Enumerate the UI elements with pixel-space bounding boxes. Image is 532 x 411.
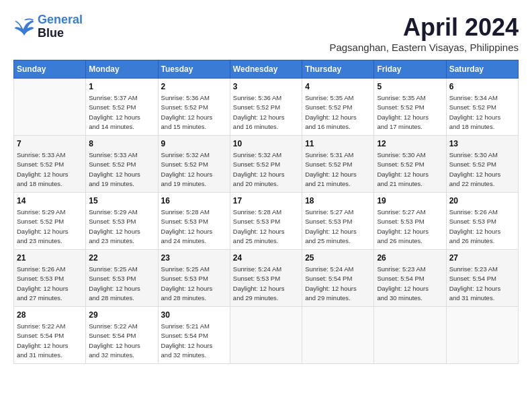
calendar-cell: 13Sunrise: 5:30 AMSunset: 5:52 PMDayligh… <box>446 136 518 193</box>
day-info: Sunrise: 5:23 AMSunset: 5:54 PMDaylight:… <box>449 265 515 303</box>
calendar-cell: 25Sunrise: 5:24 AMSunset: 5:54 PMDayligh… <box>302 250 374 307</box>
calendar-cell: 6Sunrise: 5:34 AMSunset: 5:52 PMDaylight… <box>446 79 518 136</box>
calendar-cell: 4Sunrise: 5:35 AMSunset: 5:52 PMDaylight… <box>302 79 374 136</box>
day-info: Sunrise: 5:26 AMSunset: 5:53 PMDaylight:… <box>449 208 515 246</box>
logo: General Blue <box>13 13 83 40</box>
calendar-cell <box>374 307 446 364</box>
day-number: 26 <box>377 253 443 263</box>
day-info: Sunrise: 5:37 AMSunset: 5:52 PMDaylight:… <box>89 93 154 132</box>
calendar-cell: 22Sunrise: 5:25 AMSunset: 5:53 PMDayligh… <box>86 250 158 307</box>
day-number: 13 <box>449 139 515 148</box>
calendar-cell: 14Sunrise: 5:29 AMSunset: 5:52 PMDayligh… <box>14 193 86 250</box>
day-number: 24 <box>233 253 299 263</box>
calendar-cell: 29Sunrise: 5:22 AMSunset: 5:54 PMDayligh… <box>86 307 158 364</box>
calendar-cell: 24Sunrise: 5:24 AMSunset: 5:53 PMDayligh… <box>230 250 302 307</box>
day-info: Sunrise: 5:26 AMSunset: 5:53 PMDaylight:… <box>17 265 83 303</box>
month-title: April 2024 <box>329 13 519 42</box>
logo-icon <box>13 17 35 36</box>
calendar-cell: 1Sunrise: 5:37 AMSunset: 5:52 PMDaylight… <box>86 79 158 136</box>
weekday-header: Friday <box>374 60 446 79</box>
calendar-cell: 8Sunrise: 5:33 AMSunset: 5:52 PMDaylight… <box>86 136 158 193</box>
title-block: April 2024 Pagsanghan, Eastern Visayas, … <box>329 13 519 53</box>
calendar-cell: 16Sunrise: 5:28 AMSunset: 5:53 PMDayligh… <box>158 193 230 250</box>
day-number: 16 <box>161 196 227 205</box>
day-info: Sunrise: 5:27 AMSunset: 5:53 PMDaylight:… <box>305 208 371 246</box>
day-info: Sunrise: 5:21 AMSunset: 5:54 PMDaylight:… <box>161 322 227 360</box>
calendar-week-row: 1Sunrise: 5:37 AMSunset: 5:52 PMDaylight… <box>14 79 519 136</box>
day-info: Sunrise: 5:36 AMSunset: 5:52 PMDaylight:… <box>233 93 299 132</box>
location-title: Pagsanghan, Eastern Visayas, Philippines <box>329 42 519 53</box>
calendar-cell: 30Sunrise: 5:21 AMSunset: 5:54 PMDayligh… <box>158 307 230 364</box>
day-number: 12 <box>377 139 443 148</box>
day-number: 10 <box>233 139 299 148</box>
calendar-cell: 9Sunrise: 5:32 AMSunset: 5:52 PMDaylight… <box>158 136 230 193</box>
calendar-cell: 20Sunrise: 5:26 AMSunset: 5:53 PMDayligh… <box>446 193 518 250</box>
day-info: Sunrise: 5:25 AMSunset: 5:53 PMDaylight:… <box>161 265 227 303</box>
calendar-cell: 3Sunrise: 5:36 AMSunset: 5:52 PMDaylight… <box>230 79 302 136</box>
day-number: 19 <box>377 196 443 205</box>
calendar-cell: 17Sunrise: 5:28 AMSunset: 5:53 PMDayligh… <box>230 193 302 250</box>
day-info: Sunrise: 5:33 AMSunset: 5:52 PMDaylight:… <box>17 150 83 189</box>
day-info: Sunrise: 5:23 AMSunset: 5:54 PMDaylight:… <box>377 265 443 303</box>
page-header: General Blue April 2024 Pagsanghan, East… <box>13 13 519 53</box>
weekday-header: Thursday <box>302 60 374 79</box>
day-number: 28 <box>17 310 83 320</box>
day-number: 25 <box>305 253 371 263</box>
day-number: 11 <box>305 139 371 148</box>
calendar-week-row: 14Sunrise: 5:29 AMSunset: 5:52 PMDayligh… <box>14 193 519 250</box>
calendar-header-row: SundayMondayTuesdayWednesdayThursdayFrid… <box>14 60 519 79</box>
day-number: 17 <box>233 196 299 205</box>
day-number: 7 <box>17 139 83 148</box>
calendar-cell: 5Sunrise: 5:35 AMSunset: 5:52 PMDaylight… <box>374 79 446 136</box>
day-info: Sunrise: 5:35 AMSunset: 5:52 PMDaylight:… <box>305 93 371 132</box>
day-number: 14 <box>17 196 83 205</box>
day-info: Sunrise: 5:29 AMSunset: 5:52 PMDaylight:… <box>17 208 83 246</box>
calendar-cell <box>230 307 302 364</box>
day-number: 9 <box>161 139 227 148</box>
calendar-cell: 23Sunrise: 5:25 AMSunset: 5:53 PMDayligh… <box>158 250 230 307</box>
calendar-cell: 2Sunrise: 5:36 AMSunset: 5:52 PMDaylight… <box>158 79 230 136</box>
calendar-cell <box>302 307 374 364</box>
weekday-header: Wednesday <box>230 60 302 79</box>
day-info: Sunrise: 5:25 AMSunset: 5:53 PMDaylight:… <box>89 265 154 303</box>
day-info: Sunrise: 5:32 AMSunset: 5:52 PMDaylight:… <box>161 150 227 189</box>
calendar-cell: 7Sunrise: 5:33 AMSunset: 5:52 PMDaylight… <box>14 136 86 193</box>
day-info: Sunrise: 5:27 AMSunset: 5:53 PMDaylight:… <box>377 208 443 246</box>
day-info: Sunrise: 5:35 AMSunset: 5:52 PMDaylight:… <box>377 93 443 132</box>
day-info: Sunrise: 5:24 AMSunset: 5:53 PMDaylight:… <box>233 265 299 303</box>
day-number: 2 <box>161 82 227 91</box>
weekday-header: Monday <box>86 60 158 79</box>
day-info: Sunrise: 5:31 AMSunset: 5:52 PMDaylight:… <box>305 150 371 189</box>
day-number: 4 <box>305 82 371 91</box>
calendar-cell: 27Sunrise: 5:23 AMSunset: 5:54 PMDayligh… <box>446 250 518 307</box>
calendar-cell: 10Sunrise: 5:32 AMSunset: 5:52 PMDayligh… <box>230 136 302 193</box>
day-info: Sunrise: 5:30 AMSunset: 5:52 PMDaylight:… <box>449 150 515 189</box>
calendar-cell: 15Sunrise: 5:29 AMSunset: 5:53 PMDayligh… <box>86 193 158 250</box>
calendar-cell: 28Sunrise: 5:22 AMSunset: 5:54 PMDayligh… <box>14 307 86 364</box>
day-number: 1 <box>89 82 154 91</box>
day-info: Sunrise: 5:30 AMSunset: 5:52 PMDaylight:… <box>377 150 443 189</box>
day-number: 22 <box>89 253 154 263</box>
day-info: Sunrise: 5:28 AMSunset: 5:53 PMDaylight:… <box>161 208 227 246</box>
day-number: 5 <box>377 82 443 91</box>
day-number: 8 <box>89 139 154 148</box>
day-number: 3 <box>233 82 299 91</box>
day-info: Sunrise: 5:33 AMSunset: 5:52 PMDaylight:… <box>89 150 154 189</box>
day-info: Sunrise: 5:32 AMSunset: 5:52 PMDaylight:… <box>233 150 299 189</box>
day-info: Sunrise: 5:29 AMSunset: 5:53 PMDaylight:… <box>89 208 154 246</box>
day-info: Sunrise: 5:22 AMSunset: 5:54 PMDaylight:… <box>17 322 83 360</box>
calendar-cell: 26Sunrise: 5:23 AMSunset: 5:54 PMDayligh… <box>374 250 446 307</box>
day-number: 6 <box>449 82 515 91</box>
calendar-cell: 19Sunrise: 5:27 AMSunset: 5:53 PMDayligh… <box>374 193 446 250</box>
day-info: Sunrise: 5:34 AMSunset: 5:52 PMDaylight:… <box>449 93 515 132</box>
day-number: 21 <box>17 253 83 263</box>
day-number: 18 <box>305 196 371 205</box>
calendar-cell: 12Sunrise: 5:30 AMSunset: 5:52 PMDayligh… <box>374 136 446 193</box>
calendar-cell: 11Sunrise: 5:31 AMSunset: 5:52 PMDayligh… <box>302 136 374 193</box>
calendar-cell: 18Sunrise: 5:27 AMSunset: 5:53 PMDayligh… <box>302 193 374 250</box>
weekday-header: Tuesday <box>158 60 230 79</box>
day-number: 27 <box>449 253 515 263</box>
day-info: Sunrise: 5:22 AMSunset: 5:54 PMDaylight:… <box>89 322 154 360</box>
weekday-header: Saturday <box>446 60 518 79</box>
day-number: 20 <box>449 196 515 205</box>
